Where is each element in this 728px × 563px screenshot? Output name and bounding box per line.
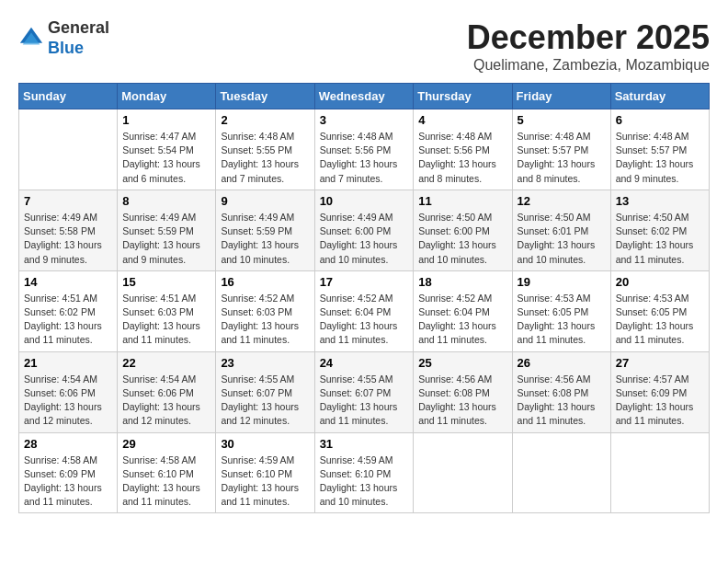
- calendar-cell: 11Sunrise: 4:50 AMSunset: 6:00 PMDayligh…: [414, 190, 512, 270]
- day-info: Sunrise: 4:48 AMSunset: 5:56 PMDaylight:…: [418, 130, 506, 186]
- calendar-cell: 23Sunrise: 4:55 AMSunset: 6:07 PMDayligh…: [216, 351, 314, 432]
- logo-general: General: [48, 18, 109, 37]
- calendar-cell: 28Sunrise: 4:58 AMSunset: 6:09 PMDayligh…: [19, 432, 118, 513]
- calendar-cell: 12Sunrise: 4:50 AMSunset: 6:01 PMDayligh…: [512, 190, 610, 270]
- day-number: 5: [518, 113, 606, 127]
- day-info: Sunrise: 4:47 AMSunset: 5:54 PMDaylight:…: [122, 130, 210, 186]
- day-number: 18: [418, 275, 506, 289]
- day-info: Sunrise: 4:59 AMSunset: 6:10 PMDaylight:…: [320, 454, 409, 510]
- day-number: 6: [616, 113, 704, 127]
- day-number: 9: [221, 194, 309, 208]
- calendar-cell: 24Sunrise: 4:55 AMSunset: 6:07 PMDayligh…: [314, 351, 414, 432]
- day-number: 19: [518, 275, 606, 289]
- calendar-cell: 30Sunrise: 4:59 AMSunset: 6:10 PMDayligh…: [216, 432, 314, 513]
- day-of-week-header: Tuesday: [216, 84, 314, 109]
- location-subtitle: Quelimane, Zambezia, Mozambique: [467, 57, 710, 74]
- calendar-cell: 8Sunrise: 4:49 AMSunset: 5:59 PMDaylight…: [118, 190, 216, 270]
- calendar-cell: 14Sunrise: 4:51 AMSunset: 6:02 PMDayligh…: [19, 270, 118, 351]
- day-info: Sunrise: 4:58 AMSunset: 6:09 PMDaylight:…: [24, 454, 112, 510]
- calendar-cell: 3Sunrise: 4:48 AMSunset: 5:56 PMDaylight…: [314, 109, 414, 190]
- day-number: 10: [320, 194, 409, 208]
- calendar-cell: [610, 432, 709, 513]
- day-info: Sunrise: 4:53 AMSunset: 6:05 PMDaylight:…: [616, 292, 704, 348]
- day-of-week-header: Monday: [118, 84, 216, 109]
- calendar-cell: [414, 432, 512, 513]
- day-info: Sunrise: 4:54 AMSunset: 6:06 PMDaylight:…: [24, 373, 112, 429]
- day-number: 2: [221, 113, 309, 127]
- calendar-cell: 2Sunrise: 4:48 AMSunset: 5:55 PMDaylight…: [216, 109, 314, 190]
- calendar-cell: 9Sunrise: 4:49 AMSunset: 5:59 PMDaylight…: [216, 190, 314, 270]
- calendar-cell: 27Sunrise: 4:57 AMSunset: 6:09 PMDayligh…: [610, 351, 709, 432]
- calendar-cell: [512, 432, 610, 513]
- day-number: 4: [418, 113, 506, 127]
- calendar-cell: 17Sunrise: 4:52 AMSunset: 6:04 PMDayligh…: [314, 270, 414, 351]
- day-info: Sunrise: 4:49 AMSunset: 5:59 PMDaylight:…: [122, 211, 210, 267]
- calendar-cell: 6Sunrise: 4:48 AMSunset: 5:57 PMDaylight…: [610, 109, 709, 190]
- day-number: 3: [320, 113, 409, 127]
- day-info: Sunrise: 4:51 AMSunset: 6:03 PMDaylight:…: [122, 292, 210, 348]
- day-of-week-header: Saturday: [610, 84, 709, 109]
- day-number: 22: [122, 356, 210, 370]
- day-number: 31: [320, 437, 409, 451]
- calendar-cell: 21Sunrise: 4:54 AMSunset: 6:06 PMDayligh…: [19, 351, 118, 432]
- day-number: 14: [24, 275, 112, 289]
- day-of-week-header: Friday: [512, 84, 610, 109]
- calendar-cell: 1Sunrise: 4:47 AMSunset: 5:54 PMDaylight…: [118, 109, 216, 190]
- page-header: General Blue December 2025 Quelimane, Za…: [18, 18, 710, 74]
- calendar-table: SundayMondayTuesdayWednesdayThursdayFrid…: [18, 83, 710, 513]
- day-number: 16: [221, 275, 309, 289]
- calendar-cell: 25Sunrise: 4:56 AMSunset: 6:08 PMDayligh…: [414, 351, 512, 432]
- day-info: Sunrise: 4:58 AMSunset: 6:10 PMDaylight:…: [122, 454, 210, 510]
- day-info: Sunrise: 4:52 AMSunset: 6:03 PMDaylight:…: [221, 292, 309, 348]
- day-info: Sunrise: 4:55 AMSunset: 6:07 PMDaylight:…: [221, 373, 309, 429]
- day-info: Sunrise: 4:50 AMSunset: 6:02 PMDaylight:…: [616, 211, 704, 267]
- day-number: 11: [418, 194, 506, 208]
- logo-icon: [18, 26, 44, 52]
- day-number: 28: [24, 437, 112, 451]
- day-number: 26: [518, 356, 606, 370]
- day-of-week-header: Wednesday: [314, 84, 414, 109]
- day-info: Sunrise: 4:59 AMSunset: 6:10 PMDaylight:…: [221, 454, 309, 510]
- day-info: Sunrise: 4:55 AMSunset: 6:07 PMDaylight:…: [320, 373, 409, 429]
- day-number: 21: [24, 356, 112, 370]
- logo-blue: Blue: [48, 39, 84, 57]
- day-info: Sunrise: 4:57 AMSunset: 6:09 PMDaylight:…: [616, 373, 704, 429]
- day-number: 17: [320, 275, 409, 289]
- calendar-cell: 13Sunrise: 4:50 AMSunset: 6:02 PMDayligh…: [610, 190, 709, 270]
- calendar-cell: 4Sunrise: 4:48 AMSunset: 5:56 PMDaylight…: [414, 109, 512, 190]
- logo: General Blue: [18, 18, 109, 58]
- calendar-cell: 26Sunrise: 4:56 AMSunset: 6:08 PMDayligh…: [512, 351, 610, 432]
- day-info: Sunrise: 4:48 AMSunset: 5:57 PMDaylight:…: [518, 130, 606, 186]
- calendar-cell: 10Sunrise: 4:49 AMSunset: 6:00 PMDayligh…: [314, 190, 414, 270]
- month-title: December 2025: [467, 18, 710, 57]
- day-number: 23: [221, 356, 309, 370]
- title-block: December 2025 Quelimane, Zambezia, Mozam…: [467, 18, 710, 74]
- day-number: 12: [518, 194, 606, 208]
- calendar-cell: 19Sunrise: 4:53 AMSunset: 6:05 PMDayligh…: [512, 270, 610, 351]
- day-info: Sunrise: 4:56 AMSunset: 6:08 PMDaylight:…: [518, 373, 606, 429]
- day-info: Sunrise: 4:52 AMSunset: 6:04 PMDaylight:…: [418, 292, 506, 348]
- day-info: Sunrise: 4:51 AMSunset: 6:02 PMDaylight:…: [24, 292, 112, 348]
- day-info: Sunrise: 4:53 AMSunset: 6:05 PMDaylight:…: [518, 292, 606, 348]
- day-of-week-header: Sunday: [19, 84, 118, 109]
- day-info: Sunrise: 4:52 AMSunset: 6:04 PMDaylight:…: [320, 292, 409, 348]
- calendar-cell: 22Sunrise: 4:54 AMSunset: 6:06 PMDayligh…: [118, 351, 216, 432]
- day-info: Sunrise: 4:54 AMSunset: 6:06 PMDaylight:…: [122, 373, 210, 429]
- day-number: 20: [616, 275, 704, 289]
- day-of-week-header: Thursday: [414, 84, 512, 109]
- day-info: Sunrise: 4:48 AMSunset: 5:56 PMDaylight:…: [320, 130, 409, 186]
- calendar-cell: 18Sunrise: 4:52 AMSunset: 6:04 PMDayligh…: [414, 270, 512, 351]
- calendar-cell: [19, 109, 118, 190]
- calendar-cell: 16Sunrise: 4:52 AMSunset: 6:03 PMDayligh…: [216, 270, 314, 351]
- logo-text: General Blue: [48, 18, 109, 58]
- day-info: Sunrise: 4:56 AMSunset: 6:08 PMDaylight:…: [418, 373, 506, 429]
- day-number: 8: [122, 194, 210, 208]
- day-info: Sunrise: 4:49 AMSunset: 5:58 PMDaylight:…: [24, 211, 112, 267]
- day-number: 27: [616, 356, 704, 370]
- calendar-cell: 29Sunrise: 4:58 AMSunset: 6:10 PMDayligh…: [118, 432, 216, 513]
- day-number: 13: [616, 194, 704, 208]
- day-info: Sunrise: 4:50 AMSunset: 6:00 PMDaylight:…: [418, 211, 506, 267]
- day-number: 25: [418, 356, 506, 370]
- calendar-cell: 31Sunrise: 4:59 AMSunset: 6:10 PMDayligh…: [314, 432, 414, 513]
- day-info: Sunrise: 4:49 AMSunset: 5:59 PMDaylight:…: [221, 211, 309, 267]
